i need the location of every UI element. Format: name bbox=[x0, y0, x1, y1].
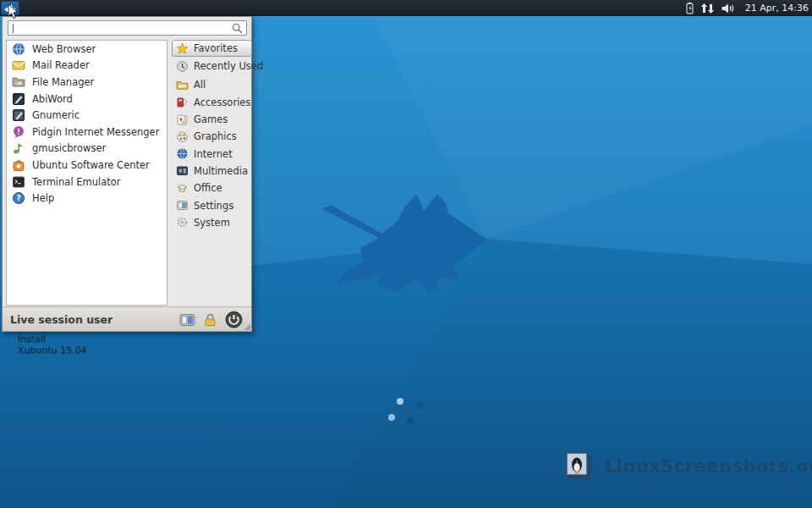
top-panel: 21 Apr, 14:36 bbox=[0, 0, 812, 16]
category-label: Games bbox=[194, 113, 228, 125]
app-label: Help bbox=[32, 192, 54, 204]
folder-icon bbox=[176, 79, 189, 91]
power-button[interactable] bbox=[225, 311, 243, 329]
graphics-icon bbox=[176, 130, 189, 143]
menu-app-gmusicbrowser[interactable]: gmusicbrowser bbox=[7, 141, 167, 157]
spinner-dot bbox=[397, 398, 403, 405]
application-list: Web Browser Mail Reader File Manager Abi… bbox=[6, 40, 167, 306]
app-label: File Manager bbox=[32, 76, 94, 88]
office-icon bbox=[176, 182, 189, 195]
category-label: Settings bbox=[194, 200, 233, 212]
category-label: Recently Used bbox=[194, 60, 263, 72]
linuxscreenshots-logo-icon bbox=[563, 450, 597, 483]
app-label: Ubuntu Software Center bbox=[32, 159, 150, 171]
system-tray: 21 Apr, 14:36 bbox=[685, 0, 809, 16]
mouse-cursor bbox=[8, 3, 19, 20]
network-icon[interactable] bbox=[700, 3, 715, 14]
games-icon bbox=[176, 113, 189, 126]
whisker-menu: Web Browser Mail Reader File Manager Abi… bbox=[2, 16, 252, 332]
star-icon bbox=[176, 42, 189, 55]
folder-icon bbox=[12, 75, 25, 89]
abiword-icon bbox=[12, 92, 25, 106]
gnumeric-icon bbox=[12, 108, 25, 122]
install-label-line1: Install bbox=[18, 334, 87, 345]
category-accessories[interactable]: Accessories bbox=[172, 94, 252, 111]
menu-app-mail-reader[interactable]: Mail Reader bbox=[7, 58, 167, 75]
app-label: Pidgin Internet Messenger bbox=[32, 126, 159, 138]
category-label: Internet bbox=[194, 148, 233, 160]
system-gear-icon bbox=[176, 216, 189, 229]
category-label: Graphics bbox=[194, 130, 237, 142]
desktop-icon-install-xubuntu[interactable]: Install Xubuntu 15.04 bbox=[18, 334, 87, 356]
search-icon bbox=[232, 23, 243, 34]
spinner-dot bbox=[407, 417, 414, 424]
search-input[interactable] bbox=[8, 21, 246, 35]
globe-icon bbox=[176, 147, 189, 160]
category-multimedia[interactable]: Multimedia bbox=[172, 163, 252, 179]
watermark: LinuxScreenshots.org bbox=[563, 450, 812, 483]
volume-icon[interactable] bbox=[721, 3, 736, 14]
app-label: Web Browser bbox=[32, 43, 96, 55]
menu-app-abiword[interactable]: AbiWord bbox=[7, 91, 167, 108]
app-label: Terminal Emulator bbox=[32, 176, 121, 188]
resize-grip[interactable] bbox=[244, 323, 250, 330]
clock-icon bbox=[176, 60, 189, 73]
menu-app-ubuntu-software-center[interactable]: Ubuntu Software Center bbox=[7, 157, 167, 174]
category-label: Office bbox=[194, 182, 222, 194]
software-center-icon bbox=[12, 158, 25, 172]
music-note-icon bbox=[12, 141, 25, 155]
category-graphics[interactable]: Graphics bbox=[172, 128, 252, 145]
search-field-wrap bbox=[8, 20, 247, 36]
desktop-screen: Install Xubuntu 15.04 LinuxScreenshots.o… bbox=[0, 0, 812, 508]
pidgin-icon bbox=[12, 125, 25, 139]
accessories-icon bbox=[176, 96, 189, 108]
panel-clock[interactable]: 21 Apr, 14:36 bbox=[742, 3, 809, 14]
watermark-text: LinuxScreenshots.org bbox=[605, 456, 812, 477]
menu-footer: Live session user bbox=[3, 306, 251, 331]
category-label: System bbox=[194, 217, 230, 229]
menu-app-pidgin[interactable]: Pidgin Internet Messenger bbox=[7, 124, 167, 141]
svg-text:?: ? bbox=[16, 193, 21, 202]
battery-icon[interactable] bbox=[685, 2, 694, 14]
terminal-icon bbox=[12, 175, 25, 189]
install-label-line2: Xubuntu 15.04 bbox=[18, 345, 87, 356]
app-label: gmusicbrowser bbox=[32, 142, 106, 154]
category-label: Multimedia bbox=[194, 165, 248, 177]
category-office[interactable]: Office bbox=[172, 179, 252, 196]
menu-app-file-manager[interactable]: File Manager bbox=[7, 74, 167, 91]
menu-app-terminal[interactable]: Terminal Emulator bbox=[7, 174, 167, 190]
multimedia-icon bbox=[176, 164, 189, 177]
web-browser-icon bbox=[12, 42, 25, 56]
help-icon: ? bbox=[12, 191, 25, 205]
mail-icon bbox=[12, 58, 25, 72]
category-favorites[interactable]: Favorites bbox=[172, 40, 252, 57]
app-label: Mail Reader bbox=[32, 59, 90, 71]
settings-manager-button[interactable] bbox=[179, 313, 195, 327]
category-games[interactable]: Games bbox=[172, 111, 252, 128]
settings-icon bbox=[176, 199, 189, 212]
category-list: Favorites Recently Used All Accessories bbox=[172, 40, 252, 231]
category-label: Favorites bbox=[194, 42, 238, 54]
session-username: Live session user bbox=[3, 313, 112, 326]
category-internet[interactable]: Internet bbox=[172, 145, 252, 162]
spinner-dot bbox=[416, 401, 423, 408]
category-label: All bbox=[194, 79, 206, 91]
category-settings[interactable]: Settings bbox=[172, 196, 252, 213]
app-label: Gnumeric bbox=[32, 109, 80, 121]
app-label: AbiWord bbox=[32, 93, 73, 105]
category-all[interactable]: All bbox=[172, 76, 252, 93]
spinner-dot bbox=[388, 414, 395, 421]
category-recently-used[interactable]: Recently Used bbox=[172, 58, 252, 75]
category-system[interactable]: System bbox=[172, 214, 252, 231]
menu-app-help[interactable]: ? Help bbox=[7, 190, 167, 207]
category-label: Accessories bbox=[194, 97, 250, 108]
menu-app-web-browser[interactable]: Web Browser bbox=[7, 41, 167, 58]
lock-screen-button[interactable] bbox=[203, 312, 217, 327]
footer-actions bbox=[179, 307, 243, 332]
menu-app-gnumeric[interactable]: Gnumeric bbox=[7, 107, 167, 124]
